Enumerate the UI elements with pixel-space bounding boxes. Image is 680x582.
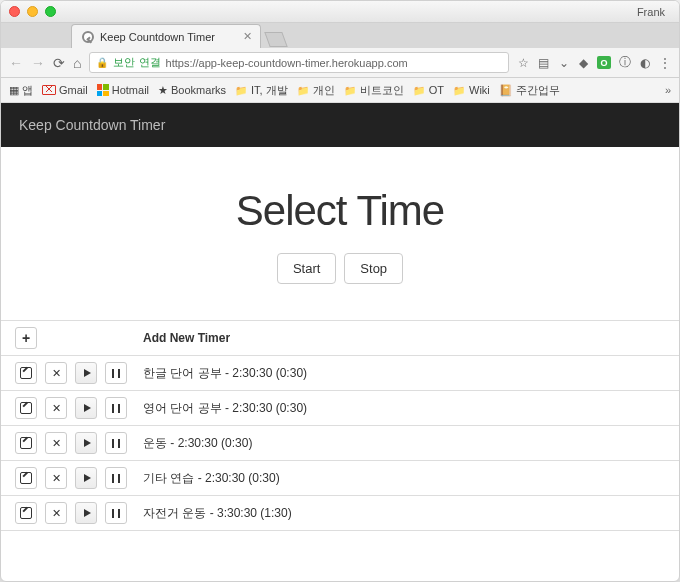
delete-button[interactable] bbox=[45, 397, 67, 419]
bookmark-star-icon[interactable]: ☆ bbox=[517, 56, 530, 69]
add-timer-button[interactable] bbox=[15, 327, 37, 349]
forward-button[interactable]: → bbox=[31, 55, 45, 71]
control-buttons: Start Stop bbox=[1, 253, 679, 284]
play-button[interactable] bbox=[75, 397, 97, 419]
back-button[interactable]: ← bbox=[9, 55, 23, 71]
address-bar[interactable]: 🔒 보안 연결 https://app-keep-countdown-timer… bbox=[89, 52, 509, 73]
delete-button[interactable] bbox=[45, 362, 67, 384]
main-content: Select Time Start Stop Add New Timer 한글 … bbox=[1, 147, 679, 531]
delete-button[interactable] bbox=[45, 467, 67, 489]
profile-name[interactable]: Frank bbox=[637, 6, 671, 18]
tab-favicon bbox=[82, 31, 94, 43]
play-button[interactable] bbox=[75, 467, 97, 489]
timer-label: 자전거 운동 - 3:30:30 (1:30) bbox=[143, 505, 292, 522]
pause-button[interactable] bbox=[105, 397, 127, 419]
secure-label: 보안 연결 bbox=[113, 55, 160, 70]
edit-button[interactable] bbox=[15, 432, 37, 454]
pause-button[interactable] bbox=[105, 432, 127, 454]
extension-green-icon[interactable]: O bbox=[597, 56, 611, 69]
bookmark-overflow-icon[interactable]: » bbox=[665, 84, 671, 96]
bookmark-folder-bitcoin[interactable]: 비트코인 bbox=[344, 83, 404, 98]
menu-icon[interactable]: ⋮ bbox=[658, 56, 671, 69]
edit-button[interactable] bbox=[15, 467, 37, 489]
page-title: Select Time bbox=[1, 187, 679, 235]
add-timer-row: Add New Timer bbox=[1, 321, 679, 356]
browser-window: Frank Keep Countdown Timer ✕ ← → ⟳ ⌂ 🔒 보… bbox=[0, 0, 680, 582]
play-button[interactable] bbox=[75, 362, 97, 384]
edit-button[interactable] bbox=[15, 397, 37, 419]
edit-button[interactable] bbox=[15, 502, 37, 524]
hotmail-icon bbox=[97, 84, 109, 96]
window-controls bbox=[9, 6, 56, 17]
timer-label: 기타 연습 - 2:30:30 (0:30) bbox=[143, 470, 280, 487]
bookmark-folder-ot[interactable]: OT bbox=[413, 84, 444, 96]
stop-button[interactable]: Stop bbox=[344, 253, 403, 284]
toolbar-icons: ☆ ▤ ⌄ ◆ O ⓘ ◐ ⋮ bbox=[517, 56, 671, 69]
timer-row: 기타 연습 - 2:30:30 (0:30) bbox=[1, 461, 679, 496]
url-toolbar: ← → ⟳ ⌂ 🔒 보안 연결 https://app-keep-countdo… bbox=[1, 48, 679, 78]
delete-button[interactable] bbox=[45, 432, 67, 454]
start-button[interactable]: Start bbox=[277, 253, 336, 284]
tab-strip: Keep Countdown Timer ✕ bbox=[1, 23, 679, 48]
url-text: https://app-keep-countdown-timer.herokua… bbox=[166, 57, 408, 69]
timer-row: 영어 단어 공부 - 2:30:30 (0:30) bbox=[1, 391, 679, 426]
pause-button[interactable] bbox=[105, 467, 127, 489]
lock-icon: 🔒 bbox=[96, 57, 108, 68]
reload-button[interactable]: ⟳ bbox=[53, 55, 65, 71]
bookmark-folder-it[interactable]: IT, 개발 bbox=[235, 83, 288, 98]
app-header: Keep Countdown Timer bbox=[1, 103, 679, 147]
home-button[interactable]: ⌂ bbox=[73, 55, 81, 71]
bookmark-bookmarks[interactable]: ★ Bookmarks bbox=[158, 84, 226, 97]
shield-icon[interactable]: ◐ bbox=[638, 56, 651, 69]
timer-list: Add New Timer 한글 단어 공부 - 2:30:30 (0:30) … bbox=[1, 320, 679, 531]
close-tab-icon[interactable]: ✕ bbox=[243, 30, 252, 43]
pocket-icon[interactable]: ⌄ bbox=[557, 56, 570, 69]
edit-button[interactable] bbox=[15, 362, 37, 384]
add-timer-label: Add New Timer bbox=[143, 331, 230, 345]
bookmark-hotmail[interactable]: Hotmail bbox=[97, 84, 149, 96]
app-title[interactable]: Keep Countdown Timer bbox=[19, 117, 165, 133]
timer-row: 한글 단어 공부 - 2:30:30 (0:30) bbox=[1, 356, 679, 391]
bookmark-gmail[interactable]: Gmail bbox=[42, 84, 88, 96]
bookmark-bar: ▦ 앱 Gmail Hotmail ★ Bookmarks IT, 개발 개인 … bbox=[1, 78, 679, 103]
timer-row: 운동 - 2:30:30 (0:30) bbox=[1, 426, 679, 461]
window-titlebar: Frank bbox=[1, 1, 679, 23]
timer-label: 영어 단어 공부 - 2:30:30 (0:30) bbox=[143, 400, 307, 417]
timer-label: 한글 단어 공부 - 2:30:30 (0:30) bbox=[143, 365, 307, 382]
browser-tab[interactable]: Keep Countdown Timer ✕ bbox=[71, 24, 261, 48]
new-tab-button[interactable] bbox=[264, 32, 287, 47]
timer-row: 자전거 운동 - 3:30:30 (1:30) bbox=[1, 496, 679, 531]
play-button[interactable] bbox=[75, 502, 97, 524]
bookmark-weekly[interactable]: 📔 주간업무 bbox=[499, 83, 560, 98]
close-window-button[interactable] bbox=[9, 6, 20, 17]
info-icon[interactable]: ⓘ bbox=[618, 56, 631, 69]
play-button[interactable] bbox=[75, 432, 97, 454]
tab-title: Keep Countdown Timer bbox=[100, 31, 215, 43]
bookmark-folder-personal[interactable]: 개인 bbox=[297, 83, 335, 98]
bookmark-folder-wiki[interactable]: Wiki bbox=[453, 84, 490, 96]
timer-label: 운동 - 2:30:30 (0:30) bbox=[143, 435, 252, 452]
reader-icon[interactable]: ▤ bbox=[537, 56, 550, 69]
gmail-icon bbox=[42, 85, 56, 95]
pause-button[interactable] bbox=[105, 502, 127, 524]
extension-icon[interactable]: ◆ bbox=[577, 56, 590, 69]
minimize-window-button[interactable] bbox=[27, 6, 38, 17]
delete-button[interactable] bbox=[45, 502, 67, 524]
apps-shortcut[interactable]: ▦ 앱 bbox=[9, 83, 33, 98]
pause-button[interactable] bbox=[105, 362, 127, 384]
maximize-window-button[interactable] bbox=[45, 6, 56, 17]
